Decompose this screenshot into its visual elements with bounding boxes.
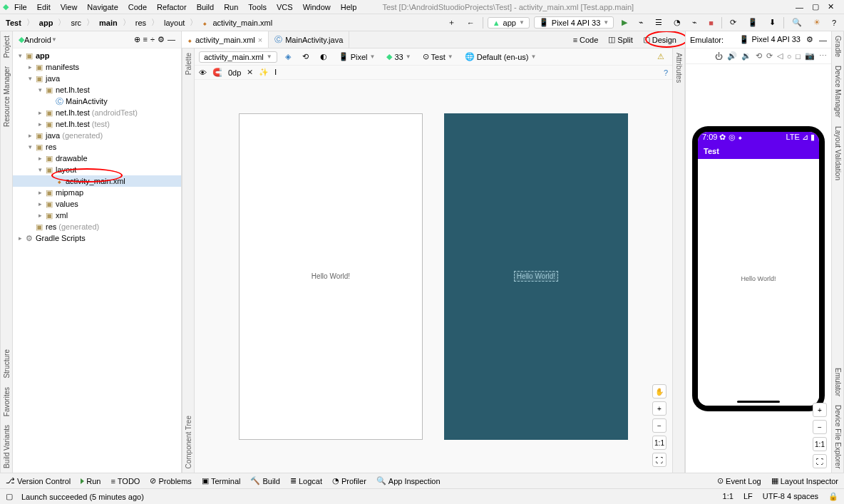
minimize-icon[interactable]: — [796,3,803,11]
view-design-button[interactable]: ▢Design [639,34,681,46]
crumb-src[interactable]: src [69,19,83,27]
tool-logcat[interactable]: ≣ Logcat [290,476,322,485]
emulator-screenshot-icon[interactable]: 📷 [805,51,815,61]
tab-activity-main[interactable]: ⬥activity_main.xml× [182,31,269,48]
gutter-gradle[interactable]: Gradle [834,31,842,61]
tree-manifests[interactable]: ▸▣manifests [13,61,181,73]
menu-edit[interactable]: Edit [33,1,55,13]
attributes-strip[interactable]: Attributes [672,48,685,473]
menu-window[interactable]: Window [299,1,335,13]
zoom-in-button[interactable]: + [652,401,667,416]
device-type-dropdown[interactable]: 📱 Pixel ▼ [335,51,379,63]
emulator-power-icon[interactable]: ⏻ [715,52,723,61]
settings-icon[interactable]: ⚙ [158,35,165,44]
pan-icon[interactable]: ✋ [652,384,667,398]
sidebar-mode[interactable]: Android [24,36,51,44]
visibility-icon[interactable]: 👁 [199,68,207,77]
status-line-sep[interactable]: LF [743,492,753,501]
sdk-manager-button[interactable]: ⬇ [766,16,779,29]
menu-view[interactable]: View [56,1,82,13]
device-dropdown[interactable]: 📱Pixel 4 API 33▼ [534,16,614,29]
gutter-emulator[interactable]: Emulator [834,364,842,401]
design-canvas[interactable]: Hello World! Hello World! ✋ + − 1:1 ⛶ [195,80,672,473]
gutter-structure[interactable]: Structure [3,345,11,383]
gutter-device-file-explorer[interactable]: Device File Explorer [834,401,842,473]
tree-activity-main[interactable]: ⬥activity_main.xml [13,175,181,187]
emulator-home-icon[interactable]: ○ [787,52,792,61]
emu-zoom-out-button[interactable]: − [813,420,827,434]
emu-zoom-reset-button[interactable]: 1:1 [813,437,827,451]
infer-constraints-icon[interactable]: ✨ [259,68,269,77]
tool-problems[interactable]: ⊘ Problems [150,476,191,485]
tool-run[interactable]: Run [81,477,101,485]
gutter-project[interactable]: Project [3,31,11,62]
tool-terminal[interactable]: ▣ Terminal [202,476,241,485]
menu-run[interactable]: Run [220,1,242,13]
add-config-icon[interactable]: ＋ [444,16,459,29]
emu-zoom-in-button[interactable]: + [813,403,827,417]
help-icon[interactable]: ? [664,68,668,77]
tool-app-inspection[interactable]: 🔍 App Inspection [376,476,441,485]
emulator-screen[interactable]: 7:09 ✿ ◎ ⬥ LTE ⊿ ▮ Test Hello World! [698,132,819,406]
night-mode-icon[interactable]: ◐ [316,51,331,63]
gutter-favorites[interactable]: Favorites [3,383,11,421]
zoom-fit-button[interactable]: ⛶ [652,453,667,467]
avd-manager-button[interactable]: 📱 [744,16,761,29]
tree-java-gen[interactable]: ▸▣java (generated) [13,130,181,141]
crumb-app[interactable]: app [38,19,55,27]
crumb-file[interactable]: activity_main.xml [211,19,274,27]
clear-constraints-icon[interactable]: ⨯ [247,68,253,77]
tree-pkg-androidtest[interactable]: ▸▣net.lh.test (androidTest) [13,107,181,118]
expand-icon[interactable]: ÷ [150,35,155,44]
emulator-overview-icon[interactable]: □ [796,52,801,61]
close-icon[interactable]: ✕ [828,2,834,11]
emulator-device-dropdown[interactable]: 📱 Pixel 4 API 33 [739,35,801,44]
gutter-layout-validation[interactable]: Layout Validation [834,122,842,185]
crumb-main[interactable]: main [98,19,119,27]
emulator-rotate-left-icon[interactable]: ⟲ [756,51,762,61]
palette-label[interactable]: Palette [185,48,192,79]
tab-main-activity[interactable]: ⒸMainActivity.java [269,31,349,48]
search-everywhere-button[interactable]: 🔍 [788,16,806,29]
crumb-test[interactable]: Test [4,19,23,27]
gutter-resource-manager[interactable]: Resource Manager [3,62,11,131]
run-button[interactable]: ▶ [618,16,631,29]
tool-layout-inspector[interactable]: ▦ Layout Inspector [771,476,838,485]
tree-mipmap[interactable]: ▸▣mipmap [13,187,181,198]
tree-pkg-test[interactable]: ▸▣net.lh.test (test) [13,118,181,130]
api-dropdown[interactable]: ◆ 33 ▼ [383,51,414,63]
tree-xml[interactable]: ▸▣xml [13,210,181,221]
tree-gradle-scripts[interactable]: ▸⚙Gradle Scripts [13,232,181,244]
status-position[interactable]: 1:1 [723,492,734,501]
menu-navigate[interactable]: Navigate [83,1,122,13]
emulator-extended-icon[interactable]: ⋯ [819,51,827,61]
tool-todo[interactable]: ≡ TODO [110,477,140,485]
view-code-button[interactable]: ≡Code [569,34,603,46]
menu-refactor[interactable]: Refactor [153,1,191,13]
nav-back-icon[interactable]: ← [463,17,478,29]
toggle-tool-windows-icon[interactable]: ▢ [6,492,13,501]
emulator-volup-icon[interactable]: 🔊 [727,51,737,61]
menu-help[interactable]: Help [336,1,361,13]
menu-vcs[interactable]: VCS [272,1,297,13]
gutter-build-variants[interactable]: Build Variants [3,421,11,473]
locale-dropdown[interactable]: 🌐 Default (en-us) ▼ [461,51,540,63]
status-encoding-indent[interactable]: UTF-8 4 spaces [763,492,818,501]
profile-button[interactable]: ◔ [670,16,684,29]
emulator-voldown-icon[interactable]: 🔉 [741,51,751,61]
tool-profiler[interactable]: ◔ Profiler [332,476,366,485]
emu-zoom-fit-button[interactable]: ⛶ [813,454,827,468]
tree-values[interactable]: ▸▣values [13,198,181,210]
design-file-dropdown[interactable]: activity_main.xml▼ [199,51,277,63]
emulator-settings-icon[interactable]: ⚙ [806,35,813,44]
attach-debugger-button[interactable]: ⌁ [689,16,701,29]
menu-tools[interactable]: Tools [244,1,271,13]
settings-button[interactable]: ☀ [810,16,824,29]
view-split-button[interactable]: ◫Split [604,34,637,46]
tool-build[interactable]: 🔨 Build [250,476,279,485]
gutter-device-manager[interactable]: Device Manager [834,61,842,122]
sync-gradle-button[interactable]: ⟳ [726,16,740,29]
blueprint-preview[interactable]: Hello World! [444,113,628,440]
default-margin[interactable]: 0dp [228,68,241,77]
theme-dropdown[interactable]: ⊙ Test ▼ [419,51,457,63]
